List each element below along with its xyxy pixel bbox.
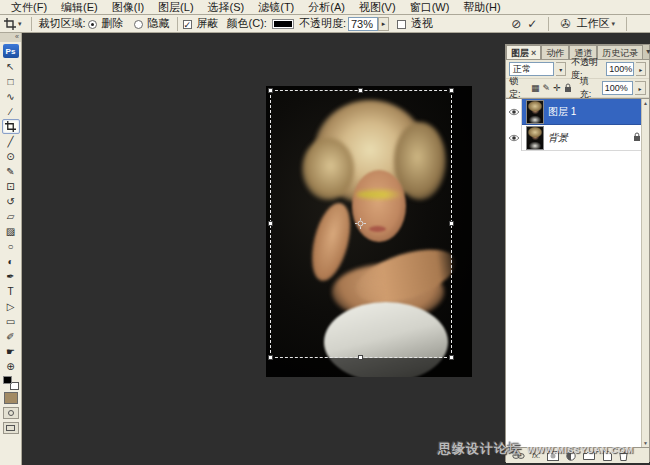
visibility-toggle[interactable]	[506, 99, 522, 125]
menu-edit[interactable]: 编辑(E)	[54, 0, 105, 14]
menu-help[interactable]: 帮助(H)	[456, 0, 507, 14]
menu-window[interactable]: 窗口(W)	[403, 0, 457, 14]
crop-tool[interactable]	[2, 119, 20, 134]
crop-handle-middle-left[interactable]	[268, 221, 273, 226]
layer-fill-slider-icon[interactable]: ▸	[635, 81, 646, 95]
tab-close-icon[interactable]: ×	[531, 48, 536, 58]
layer-style-icon[interactable]: fx.	[532, 451, 540, 460]
commit-crop-icon[interactable]: ✓	[527, 18, 537, 30]
slice-tool[interactable]: ╱	[2, 134, 20, 149]
foreground-swatch[interactable]	[4, 392, 18, 404]
menu-filter[interactable]: 滤镜(T)	[251, 0, 301, 14]
layer-opacity-slider-icon[interactable]: ▸	[636, 62, 646, 76]
opacity-input[interactable]: 73%	[348, 17, 378, 31]
radio-hide[interactable]	[134, 20, 143, 29]
blur-tool[interactable]: ○	[2, 239, 20, 254]
zoom-tool[interactable]: ⊕	[2, 359, 20, 374]
background-lock-icon	[633, 132, 641, 144]
crop-handle-bottom-center[interactable]	[358, 355, 363, 360]
layer-name[interactable]: 图层 1	[548, 105, 576, 119]
canvas-area[interactable]	[22, 33, 505, 465]
type-tool[interactable]: T	[2, 284, 20, 299]
tab-actions[interactable]: 动作	[541, 45, 569, 59]
lock-image-pixels-icon[interactable]: ✎	[543, 83, 551, 93]
workspace-button[interactable]: 工作区 ▾	[576, 16, 615, 31]
shield-color-swatch[interactable]	[272, 19, 294, 29]
opacity-slider-arrow-icon[interactable]: ▸	[378, 17, 389, 31]
menu-file[interactable]: 文件(F)	[4, 0, 54, 14]
scroll-up-icon[interactable]: ▲	[643, 100, 648, 106]
bridge-icon[interactable]: ✇	[560, 18, 570, 30]
divider	[548, 17, 549, 31]
dodge-tool[interactable]: ◐	[2, 254, 20, 269]
layer-name[interactable]: 背景	[548, 131, 568, 145]
cancel-crop-icon[interactable]: ⊘	[511, 18, 521, 30]
rectangle-shape-tool[interactable]: ▭	[2, 314, 20, 329]
history-brush-tool[interactable]: ↺	[2, 194, 20, 209]
delete-layer-icon[interactable]	[619, 451, 628, 461]
layer-row-background[interactable]: 背景	[506, 125, 649, 151]
lock-position-icon[interactable]: ✛	[553, 83, 561, 93]
crop-handle-top-center[interactable]	[358, 88, 363, 93]
screen-mode-button[interactable]	[3, 422, 19, 434]
layer-mask-icon[interactable]	[547, 451, 559, 461]
layers-panel: 图层× 动作 通道 历史记录 ▾≡ 正常 ▾ 不透明度: 100% ▸ 锁定: …	[505, 44, 650, 462]
radio-delete[interactable]	[88, 20, 97, 29]
menu-image[interactable]: 图像(I)	[105, 0, 151, 14]
crop-handle-top-right[interactable]	[449, 88, 454, 93]
layer-row-layer1[interactable]: 图层 1	[506, 99, 649, 125]
new-group-icon[interactable]	[583, 451, 595, 460]
link-layers-icon[interactable]	[512, 452, 525, 460]
menu-layer[interactable]: 图层(L)	[151, 0, 200, 14]
eye-icon	[508, 108, 520, 116]
foreground-color-chip[interactable]	[3, 376, 12, 384]
blend-mode-select[interactable]: 正常	[509, 62, 554, 76]
eraser-tool[interactable]: ▱	[2, 209, 20, 224]
crop-center-point[interactable]	[355, 218, 366, 229]
tab-layers[interactable]: 图层×	[506, 45, 541, 59]
blend-mode-dropdown-icon[interactable]: ▾	[556, 62, 566, 76]
gradient-tool[interactable]: ▨	[2, 224, 20, 239]
crop-marquee[interactable]	[270, 90, 452, 358]
shield-label[interactable]: 屏蔽	[197, 16, 219, 31]
checkbox-shield[interactable]: ✓	[183, 20, 192, 29]
spot-healing-brush-tool[interactable]: ⊙	[2, 149, 20, 164]
crop-handle-middle-right[interactable]	[449, 221, 454, 226]
pen-tool[interactable]: ✒	[2, 269, 20, 284]
tool-preset-crop[interactable]: ▾	[0, 18, 26, 30]
move-tool[interactable]: ↖	[2, 59, 20, 74]
perspective-label[interactable]: 透视	[411, 16, 433, 31]
menu-analysis[interactable]: 分析(A)	[301, 0, 352, 14]
scrollbar[interactable]: ▲ ▼	[641, 99, 649, 447]
layer-thumbnail[interactable]	[526, 100, 544, 124]
eyedropper-tool[interactable]: ✐	[2, 329, 20, 344]
panel-menu-icon[interactable]: ▾≡	[643, 45, 650, 59]
lasso-tool[interactable]: ∿	[2, 89, 20, 104]
visibility-toggle[interactable]	[506, 125, 522, 151]
layer-thumbnail[interactable]	[526, 126, 544, 150]
brush-tool[interactable]: ✎	[2, 164, 20, 179]
crop-handle-top-left[interactable]	[268, 88, 273, 93]
lock-transparent-pixels-icon[interactable]: ▦	[531, 83, 540, 93]
checkbox-perspective[interactable]	[397, 20, 406, 29]
new-layer-icon[interactable]	[602, 451, 612, 461]
rectangular-marquee-tool[interactable]: □	[2, 74, 20, 89]
adjustment-layer-icon[interactable]	[566, 451, 576, 461]
radio-hide-label[interactable]: 隐藏	[148, 16, 170, 31]
crop-handle-bottom-left[interactable]	[268, 355, 273, 360]
layer-fill-input[interactable]: 100%	[602, 81, 633, 95]
toolbox-collapse-icon[interactable]: «	[0, 33, 21, 42]
quick-mask-button[interactable]	[3, 407, 19, 419]
menu-select[interactable]: 选择(S)	[201, 0, 252, 14]
crop-handle-bottom-right[interactable]	[449, 355, 454, 360]
radio-delete-label[interactable]: 删除	[102, 16, 124, 31]
quick-selection-tool[interactable]: ∕	[2, 104, 20, 119]
scroll-down-icon[interactable]: ▼	[643, 440, 648, 446]
clone-stamp-tool[interactable]: ⊡	[2, 179, 20, 194]
lock-all-icon[interactable]	[564, 83, 572, 93]
path-selection-tool[interactable]: ▷	[2, 299, 20, 314]
layer-opacity-input[interactable]: 100%	[606, 62, 634, 76]
hand-tool[interactable]: ☛	[2, 344, 20, 359]
menu-view[interactable]: 视图(V)	[352, 0, 403, 14]
crop-shield-right	[452, 90, 472, 377]
